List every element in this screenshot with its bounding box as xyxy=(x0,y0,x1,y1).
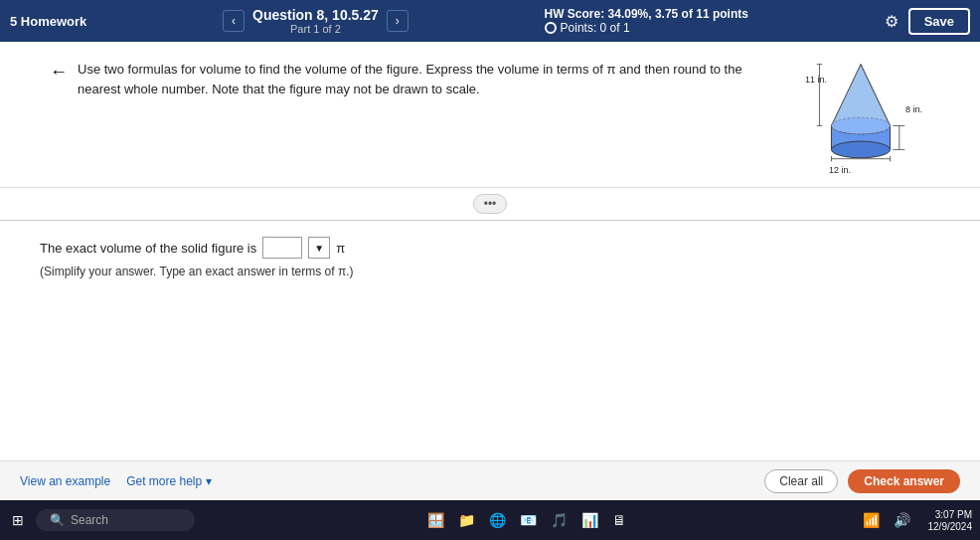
settings-icon[interactable]: ⚙ xyxy=(885,12,898,31)
hw-score-label: HW Score: 34.09%, 3.75 of 11 points xyxy=(545,7,748,21)
svg-point-5 xyxy=(831,141,890,158)
header-right-controls: ⚙ Save xyxy=(885,8,970,35)
taskbar-center-icons: 🪟 📁 🌐 📧 🎵 📊 🖥 xyxy=(423,510,630,530)
clear-all-button[interactable]: Clear all xyxy=(764,469,838,493)
taskbar-app-icon-1[interactable]: 🪟 xyxy=(423,510,448,530)
taskbar-time: 3:07 PM xyxy=(935,509,972,520)
taskbar-right-area: 📶 🔊 3:07 PM 12/9/2024 xyxy=(859,509,973,532)
taskbar-search-bar[interactable]: 🔍 Search xyxy=(36,509,195,531)
check-answer-button[interactable]: Check answer xyxy=(848,469,960,493)
next-question-button[interactable]: › xyxy=(387,10,408,32)
bottom-left-links: View an example Get more help ▾ xyxy=(20,474,212,488)
answer-pi-symbol: π xyxy=(336,241,345,256)
divider-row: ••• xyxy=(0,188,980,221)
taskbar-app-icon-4[interactable]: 📧 xyxy=(516,510,541,530)
svg-marker-6 xyxy=(831,65,890,126)
svg-point-7 xyxy=(831,117,890,134)
view-example-link[interactable]: View an example xyxy=(20,474,110,488)
answer-prefix: The exact volume of the solid figure is xyxy=(40,241,256,256)
answer-hint: (Simplify your answer. Type an exact ans… xyxy=(40,265,940,278)
taskbar-system-icons: 📶 🔊 xyxy=(859,510,914,530)
save-button[interactable]: Save xyxy=(908,8,970,35)
windows-start-icon[interactable]: ⊞ xyxy=(8,510,28,530)
question-text: Use two formulas for volume to find the … xyxy=(78,60,753,98)
taskbar-app-icon-6[interactable]: 📊 xyxy=(577,510,602,530)
search-placeholder: Search xyxy=(71,513,108,527)
taskbar-clock[interactable]: 3:07 PM 12/9/2024 xyxy=(928,509,973,532)
taskbar-volume-icon[interactable]: 🔊 xyxy=(890,510,914,530)
part-label: Part 1 of 2 xyxy=(290,23,341,35)
points-circle-icon xyxy=(545,22,557,34)
taskbar: ⊞ 🔍 Search 🪟 📁 🌐 📧 🎵 📊 🖥 📶 🔊 3:07 PM 12/… xyxy=(0,500,980,540)
taskbar-app-icon-7[interactable]: 🖥 xyxy=(608,510,630,530)
back-arrow-icon[interactable]: ← xyxy=(50,62,68,83)
answer-area: The exact volume of the solid figure is … xyxy=(0,221,980,460)
header-bar: 5 Homework ‹ Question 8, 10.5.27 Part 1 … xyxy=(0,0,980,42)
points-label: Points: 0 of 1 xyxy=(545,21,630,35)
course-label-block: 5 Homework xyxy=(10,14,86,29)
taskbar-app-icon-5[interactable]: 🎵 xyxy=(547,510,572,530)
expand-dots-button[interactable]: ••• xyxy=(473,194,508,214)
taskbar-date: 12/9/2024 xyxy=(928,521,973,532)
answer-dropdown-button[interactable]: ▼ xyxy=(308,237,330,259)
question-info: Question 8, 10.5.27 Part 1 of 2 xyxy=(252,7,379,35)
dim-top: 11 in. xyxy=(805,75,827,85)
main-content: ← Use two formulas for volume to find th… xyxy=(0,42,980,500)
figure-diagram: 8 in. 11 in. 12 in. xyxy=(801,60,920,169)
dim-right: 8 in. xyxy=(905,104,922,114)
course-label: 5 Homework xyxy=(10,14,86,29)
question-text-block: ← Use two formulas for volume to find th… xyxy=(50,60,801,98)
score-block: HW Score: 34.09%, 3.75 of 11 points Poin… xyxy=(545,7,748,35)
get-more-help-link[interactable]: Get more help ▾ xyxy=(126,474,211,488)
taskbar-app-icon-3[interactable]: 🌐 xyxy=(485,510,510,530)
answer-input[interactable] xyxy=(262,237,302,259)
question-title: Question 8, 10.5.27 xyxy=(252,7,379,23)
taskbar-app-icon-2[interactable]: 📁 xyxy=(454,510,479,530)
prev-question-button[interactable]: ‹ xyxy=(223,10,245,32)
taskbar-wifi-icon[interactable]: 📶 xyxy=(859,510,884,530)
search-icon: 🔍 xyxy=(50,513,65,527)
answer-line: The exact volume of the solid figure is … xyxy=(40,237,940,259)
bottom-toolbar: View an example Get more help ▾ Clear al… xyxy=(0,460,980,500)
dim-bottom: 12 in. xyxy=(829,165,851,175)
taskbar-left: ⊞ 🔍 Search xyxy=(8,509,195,531)
question-area: ← Use two formulas for volume to find th… xyxy=(0,42,980,188)
bottom-right-actions: Clear all Check answer xyxy=(764,469,960,493)
